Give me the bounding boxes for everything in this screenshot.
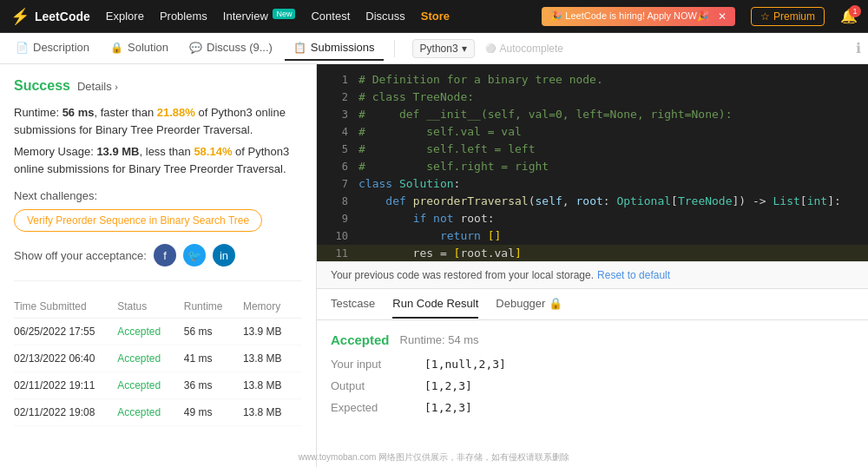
code-line-2: 2 # class TreeNode:	[317, 89, 868, 106]
autocomplete-toggle[interactable]: ⚪ Autocomplete	[478, 40, 570, 57]
watermark: www.toymoban.com 网络图片仅供展示，非存储，如有侵权请联系删除	[0, 451, 868, 464]
code-line-8: 8 def preorderTraversal(self, root: Opti…	[317, 193, 868, 210]
row4-runtime: 49 ms	[184, 406, 243, 418]
row2-time: 02/13/2022 06:40	[14, 352, 117, 365]
row2-status[interactable]: Accepted	[117, 352, 184, 365]
output-label: Output	[331, 379, 418, 392]
row3-status[interactable]: Accepted	[117, 379, 184, 391]
reset-to-default-link[interactable]: Reset to default	[597, 269, 670, 281]
row3-time: 02/11/2022 19:11	[14, 379, 117, 391]
hiring-banner[interactable]: 🎉 LeetCode is hiring! Apply NOW🎉 ✕	[542, 7, 735, 26]
output-value: [1,2,3]	[424, 379, 854, 392]
code-line-9: 9 if not root:	[317, 210, 868, 227]
success-label: Success	[14, 78, 70, 94]
problem-tabs: 📄 Description 🔒 Solution 💬 Discuss (9...…	[0, 33, 868, 64]
python-lang-label: Python3	[420, 43, 458, 55]
main-content: Success Details › Runtime: 56 ms, faster…	[0, 64, 868, 467]
code-line-11: 11 res = [root.val]	[317, 245, 868, 261]
linkedin-share-button[interactable]: in	[213, 244, 235, 266]
twitter-share-button[interactable]: 🐦	[183, 244, 206, 266]
logo[interactable]: ⚡ LeetCode	[10, 7, 90, 26]
code-line-10: 10 return []	[317, 227, 868, 245]
row2-runtime: 41 ms	[184, 352, 243, 365]
notification-icon[interactable]: 🔔 1	[840, 9, 858, 23]
next-challenges-label: Next challenges:	[14, 189, 302, 202]
table-header: Time Submitted Status Runtime Memory	[14, 295, 302, 319]
col-runtime: Runtime	[184, 300, 243, 312]
expected-label: Expected	[331, 401, 418, 414]
language-selector[interactable]: Python3 ▾	[412, 39, 475, 58]
nav-problems[interactable]: Problems	[160, 10, 207, 23]
discuss-icon: 💬	[189, 42, 202, 54]
code-line-3: 3 # def __init__(self, val=0, left=None,…	[317, 106, 868, 123]
tab-discuss[interactable]: 💬 Discuss (9...)	[181, 36, 281, 61]
chevron-right-icon: ›	[115, 82, 118, 92]
hiring-close-icon[interactable]: ✕	[718, 10, 727, 23]
result-runtime: Runtime: 54 ms	[400, 333, 479, 346]
expected-value: [1,2,3]	[424, 401, 854, 414]
table-row: 02/13/2022 06:40 Accepted 41 ms 13.8 MB	[14, 345, 302, 372]
input-row: Your input [1,null,2,3]	[331, 358, 854, 371]
col-time: Time Submitted	[14, 300, 117, 312]
row2-memory: 13.8 MB	[243, 352, 302, 365]
output-row: Output [1,2,3]	[331, 379, 854, 392]
nav-contest[interactable]: Contest	[311, 10, 350, 23]
left-panel: Success Details › Runtime: 56 ms, faster…	[0, 64, 317, 467]
chevron-down-icon: ▾	[462, 43, 467, 55]
tab-solution[interactable]: 🔒 Solution	[102, 36, 177, 61]
circle-icon: ⚪	[485, 43, 496, 53]
logo-icon: ⚡	[10, 7, 30, 26]
new-badge: New	[273, 9, 295, 19]
nav-store[interactable]: Store	[421, 10, 450, 23]
code-line-1: 1 # Definition for a binary tree node.	[317, 71, 868, 89]
row4-time: 02/11/2022 19:08	[14, 406, 117, 418]
top-nav: ⚡ LeetCode Explore Problems Interview Ne…	[0, 0, 868, 33]
table-row: 02/11/2022 19:11 Accepted 36 ms 13.8 MB	[14, 372, 302, 399]
row1-memory: 13.9 MB	[243, 326, 302, 338]
nav-explore[interactable]: Explore	[106, 10, 144, 23]
code-line-4: 4 # self.val = val	[317, 123, 868, 141]
input-label: Your input	[331, 358, 418, 371]
submissions-icon: 📋	[293, 42, 306, 54]
code-editor[interactable]: 1 # Definition for a binary tree node. 2…	[317, 64, 868, 261]
premium-button[interactable]: ☆ Premium	[751, 7, 825, 26]
expected-row: Expected [1,2,3]	[331, 401, 854, 414]
challenge-button[interactable]: Verify Preorder Sequence in Binary Searc…	[14, 209, 262, 232]
code-content: 1 # Definition for a binary tree node. 2…	[317, 64, 868, 261]
row1-status[interactable]: Accepted	[117, 326, 184, 338]
table-row: 06/25/2022 17:55 Accepted 56 ms 13.9 MB	[14, 319, 302, 345]
result-area: Accepted Runtime: 54 ms Your input [1,nu…	[317, 319, 868, 467]
accepted-badge: Accepted	[331, 332, 390, 347]
facebook-share-button[interactable]: f	[154, 244, 176, 266]
divider	[14, 280, 302, 281]
tab-debugger[interactable]: Debugger 🔒	[496, 290, 562, 319]
details-link[interactable]: Details ›	[77, 80, 118, 93]
result-header: Accepted Runtime: 54 ms	[331, 332, 854, 347]
nav-discuss[interactable]: Discuss	[365, 10, 405, 23]
share-row: Show off your acceptance: f 🐦 in	[14, 244, 302, 266]
col-memory: Memory	[243, 300, 302, 312]
memory-stat: Memory Usage: 13.9 MB, less than 58.14% …	[14, 143, 302, 177]
tab-run-code-result[interactable]: Run Code Result	[392, 290, 478, 319]
description-icon: 📄	[16, 42, 29, 54]
more-info-icon[interactable]: ℹ	[856, 40, 861, 56]
row4-status[interactable]: Accepted	[117, 406, 184, 418]
row3-memory: 13.8 MB	[243, 379, 302, 391]
runtime-stat: Runtime: 56 ms, faster than 21.88% of Py…	[14, 104, 302, 138]
star-icon: ☆	[760, 10, 770, 23]
tab-submissions[interactable]: 📋 Submissions	[285, 36, 384, 61]
success-header: Success Details ›	[14, 78, 302, 94]
row1-runtime: 56 ms	[184, 326, 243, 338]
row3-runtime: 36 ms	[184, 379, 243, 391]
tab-description[interactable]: 📄 Description	[7, 36, 98, 61]
tab-testcase[interactable]: Testcase	[331, 290, 375, 319]
nav-interview[interactable]: Interview New	[223, 10, 296, 23]
code-line-6: 6 # self.right = right	[317, 158, 868, 175]
lock-icon: 🔒	[110, 42, 123, 54]
notification-badge: 1	[849, 5, 861, 17]
code-line-5: 5 # self.left = left	[317, 141, 868, 158]
col-status: Status	[117, 300, 184, 312]
restore-banner: Your previous code was restored from you…	[317, 261, 868, 288]
row1-time: 06/25/2022 17:55	[14, 326, 117, 338]
right-panel: 1 # Definition for a binary tree node. 2…	[317, 64, 868, 467]
